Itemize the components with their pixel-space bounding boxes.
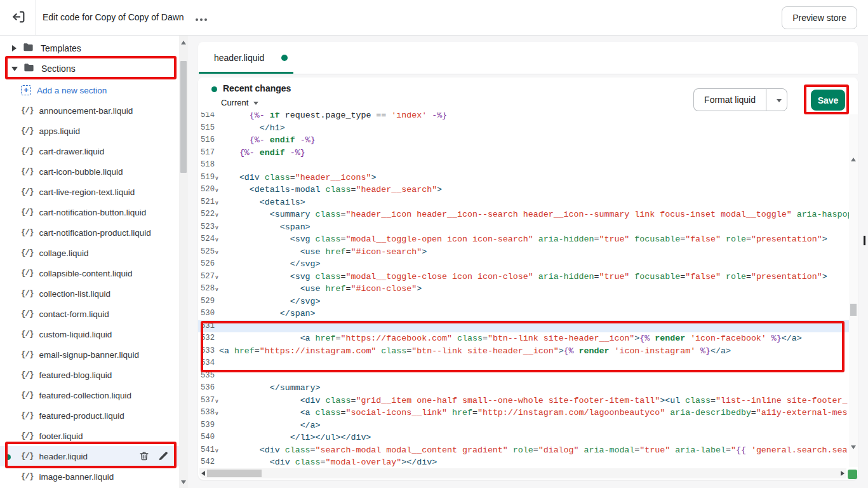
- fold-marker-icon[interactable]: v: [215, 246, 219, 259]
- code-line-530[interactable]: 530 </span>: [198, 308, 849, 320]
- editor-vscrollbar-thumb[interactable]: [850, 304, 857, 316]
- sidebar-folder-sections[interactable]: Sections: [0, 58, 179, 79]
- sidebar-scrollbar-thumb[interactable]: [180, 61, 187, 173]
- format-liquid-button[interactable]: Format liquid: [693, 88, 766, 111]
- save-button[interactable]: Save: [811, 90, 845, 111]
- file-item-cart-icon-bubble[interactable]: {/}cart-icon-bubble.liquid: [0, 161, 179, 182]
- code-line-540[interactable]: 540 </li></ul></div>: [198, 431, 849, 444]
- scroll-down-arrow-icon[interactable]: [181, 480, 186, 484]
- scroll-up-arrow-icon[interactable]: [181, 41, 186, 44]
- code-text: </a>: [219, 419, 849, 432]
- add-new-section-button[interactable]: + Add a new section: [0, 80, 179, 100]
- fold-gutter: [215, 419, 219, 432]
- edit-icon[interactable]: [157, 451, 169, 462]
- fold-gutter: [215, 258, 219, 271]
- code-line-519[interactable]: 519v <div class="header__icons">: [198, 172, 849, 184]
- editor-horizontal-scrollbar[interactable]: [199, 468, 846, 478]
- file-item-apps[interactable]: {/}apps.liquid: [0, 121, 179, 141]
- file-item-header[interactable]: {/}header.liquid: [0, 446, 179, 466]
- code-line-529[interactable]: 529 </svg>: [198, 295, 849, 308]
- code-line-528[interactable]: 528v <use href="#icon-close">: [198, 283, 849, 295]
- code-line-525[interactable]: 525v <use href="#icon-search">: [198, 246, 849, 259]
- file-item-image-banner[interactable]: {/}image-banner.liquid: [0, 466, 179, 487]
- file-item-collection-list[interactable]: {/}collection-list.liquid: [0, 283, 179, 304]
- fold-marker-icon[interactable]: v: [215, 283, 219, 295]
- preview-store-button[interactable]: Preview store: [782, 6, 857, 29]
- file-item-email-signup-banner[interactable]: {/}email-signup-banner.liquid: [0, 344, 179, 365]
- file-item-footer[interactable]: {/}footer.liquid: [0, 426, 179, 446]
- file-item-featured-product[interactable]: {/}featured-product.liquid: [0, 405, 179, 426]
- fold-marker-icon[interactable]: v: [215, 407, 219, 419]
- liquid-file-icon: {/}: [21, 391, 34, 400]
- sidebar-folder-templates[interactable]: Templates: [0, 38, 179, 58]
- file-item-collapsible-content[interactable]: {/}collapsible-content.liquid: [0, 263, 179, 283]
- version-dropdown[interactable]: Current: [221, 98, 258, 107]
- code-line-521[interactable]: 521v <details>: [198, 196, 849, 209]
- file-item-custom-liquid[interactable]: {/}custom-liquid.liquid: [0, 324, 179, 344]
- file-item-cart-notification-product[interactable]: {/}cart-notification-product.liquid: [0, 222, 179, 243]
- code-line-535[interactable]: 535: [198, 370, 849, 383]
- code-line-532[interactable]: 532 <a href="https://facebook.com" class…: [198, 332, 849, 345]
- fold-marker-icon[interactable]: v: [215, 233, 219, 246]
- format-liquid-dropdown-button[interactable]: [766, 88, 787, 111]
- scroll-left-arrow-icon[interactable]: [201, 471, 205, 476]
- file-item-featured-collection[interactable]: {/}featured-collection.liquid: [0, 385, 179, 405]
- fold-marker-icon[interactable]: v: [215, 444, 219, 457]
- file-item-contact-form[interactable]: {/}contact-form.liquid: [0, 304, 179, 324]
- code-line-515[interactable]: 515 </h1>: [198, 122, 849, 135]
- scroll-right-arrow-icon[interactable]: [841, 471, 845, 476]
- sidebar-scrollbar[interactable]: [179, 36, 188, 488]
- file-item-cart-notification-button[interactable]: {/}cart-notification-button.liquid: [0, 202, 179, 222]
- code-line-534[interactable]: 534: [198, 357, 849, 370]
- code-line-538[interactable]: 538v <a class="social-icons__link" href=…: [198, 407, 849, 419]
- fold-marker-icon[interactable]: v: [215, 184, 219, 196]
- fold-marker-icon[interactable]: v: [215, 271, 219, 283]
- line-number: 541: [201, 444, 215, 457]
- fold-marker-icon[interactable]: v: [215, 196, 219, 209]
- file-name: cart-live-region-text.liquid: [39, 187, 135, 197]
- code-line-522[interactable]: 522v <summary class="header__icon header…: [198, 208, 849, 221]
- code-text: {%- if request.page_type == 'index' -%}: [219, 112, 849, 122]
- file-item-featured-blog[interactable]: {/}featured-blog.liquid: [0, 365, 179, 385]
- file-item-announcement-bar[interactable]: {/}announcement-bar.liquid: [0, 100, 179, 121]
- code-line-542[interactable]: 542 <div class="modal-overlay"></div>: [198, 456, 849, 468]
- code-line-524[interactable]: 524v <svg class="modal__toggle-open icon…: [198, 233, 849, 246]
- liquid-file-icon: {/}: [21, 208, 34, 217]
- code-line-516[interactable]: 516 {%- endif -%}: [198, 134, 849, 147]
- code-line-541[interactable]: 541v <div class="search-modal modal__con…: [198, 444, 849, 457]
- file-item-cart-live-region-text[interactable]: {/}cart-live-region-text.liquid: [0, 182, 179, 202]
- file-name: email-signup-banner.liquid: [39, 350, 140, 360]
- more-actions-button[interactable]: [192, 11, 210, 24]
- code-text: <div class="header__icons">: [219, 172, 849, 184]
- code-line-514[interactable]: 514 {%- if request.page_type == 'index' …: [198, 112, 849, 122]
- fold-marker-icon[interactable]: v: [215, 172, 219, 184]
- scroll-up-arrow-icon[interactable]: [851, 158, 856, 161]
- fold-marker-icon[interactable]: v: [215, 221, 219, 234]
- code-line-520[interactable]: 520v <details-modal class="header__searc…: [198, 184, 849, 196]
- line-number: 539: [201, 419, 215, 432]
- code-line-527[interactable]: 527v <svg class="modal__toggle-close ico…: [198, 271, 849, 283]
- code-line-536[interactable]: 536 </summary>: [198, 382, 849, 395]
- editor-hscrollbar-thumb[interactable]: [207, 470, 262, 477]
- code-line-533[interactable]: 533<a href="https://instagram.com" class…: [198, 345, 849, 358]
- code-line-531[interactable]: 531: [198, 320, 849, 333]
- fold-marker-icon[interactable]: v: [215, 208, 219, 221]
- file-name: announcement-bar.liquid: [39, 106, 133, 116]
- file-item-cart-drawer[interactable]: {/}cart-drawer.liquid: [0, 141, 179, 161]
- delete-icon[interactable]: [138, 451, 150, 462]
- exit-code-editor-button[interactable]: [9, 9, 28, 27]
- code-line-539[interactable]: 539 </a>: [198, 419, 849, 432]
- code-line-523[interactable]: 523v <span>: [198, 221, 849, 234]
- editor-vertical-scrollbar[interactable]: [849, 114, 858, 467]
- scroll-down-arrow-icon[interactable]: [851, 445, 856, 449]
- editor-toolbar: Recent changes Current Format liquid Sav…: [198, 78, 858, 112]
- liquid-file-icon: {/}: [21, 147, 34, 156]
- fold-marker-icon[interactable]: v: [215, 395, 219, 407]
- code-editor[interactable]: 514 {%- if request.page_type == 'index' …: [198, 112, 849, 468]
- tab-header-liquid[interactable]: header.liquid: [198, 42, 288, 74]
- code-line-537[interactable]: 537v <div class="grid__item one-half sma…: [198, 395, 849, 407]
- code-line-518[interactable]: 518: [198, 159, 849, 172]
- file-item-collage[interactable]: {/}collage.liquid: [0, 243, 179, 263]
- code-line-526[interactable]: 526 </svg>: [198, 258, 849, 271]
- code-line-517[interactable]: 517 {%- endif -%}: [198, 147, 849, 159]
